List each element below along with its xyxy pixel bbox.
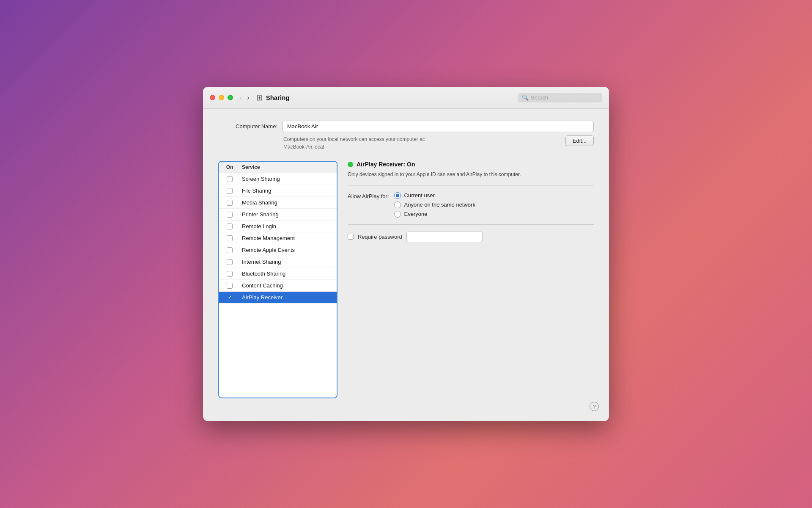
checkbox-remote-management[interactable] [219,235,240,241]
main-area: On Service Screen Sharing File Sharing [218,161,594,398]
cb-bluetooth-sharing[interactable] [227,271,233,277]
help-button[interactable]: ? [590,402,599,411]
label-content-caching: Content Caching [240,282,337,289]
cb-remote-apple-events[interactable] [227,247,233,253]
label-media-sharing: Media Sharing [240,199,337,206]
service-remote-login[interactable]: Remote Login [219,221,337,232]
checkbox-file-sharing[interactable] [219,188,240,194]
radio-group: Current user Anyone on the same network … [394,192,475,218]
close-button[interactable] [210,95,215,100]
titlebar: ‹ › ⊞ Sharing 🔍 [203,87,609,109]
service-bluetooth-sharing[interactable]: Bluetooth Sharing [219,268,337,280]
service-remote-apple-events[interactable]: Remote Apple Events [219,244,337,256]
checkbox-remote-apple-events[interactable] [219,247,240,253]
computer-name-section: Computer Name: Computers on your local n… [218,121,594,151]
require-password-row: Require password [348,232,594,242]
label-remote-login: Remote Login [240,223,337,229]
checkbox-airplay-receiver[interactable] [219,295,240,301]
label-internet-sharing: Internet Sharing [240,259,337,265]
cb-internet-sharing[interactable] [227,259,233,265]
label-airplay-receiver: AirPlay Receiver [240,294,337,301]
service-remote-management[interactable]: Remote Management [219,232,337,244]
require-password-checkbox[interactable] [348,234,354,240]
service-internet-sharing[interactable]: Internet Sharing [219,256,337,268]
allow-for-row: Allow AirPlay for: Current user Anyone o… [348,192,594,218]
radio-label-everyone: Everyone [404,211,428,217]
computer-name-info: Computers on your local network can acce… [283,135,425,151]
checkbox-internet-sharing[interactable] [219,259,240,265]
cb-content-caching[interactable] [227,283,233,289]
radio-label-current-user: Current user [404,192,435,199]
service-media-sharing[interactable]: Media Sharing [219,197,337,209]
service-airplay-receiver[interactable]: AirPlay Receiver [219,292,337,304]
search-bar: 🔍 [518,93,602,102]
airplay-status-row: AirPlay Receiver: On [348,161,594,168]
service-file-sharing[interactable]: File Sharing [219,185,337,197]
allow-for-label: Allow AirPlay for: [348,192,389,199]
checkbox-remote-login[interactable] [219,224,240,229]
computer-name-label: Computer Name: [218,123,277,130]
status-dot [348,162,353,167]
radio-circle-current-user[interactable] [394,192,401,199]
nav-buttons: ‹ › [238,93,251,102]
radio-current-user[interactable]: Current user [394,192,475,199]
search-icon: 🔍 [522,94,529,101]
cb-printer-sharing[interactable] [227,212,233,218]
require-password-label: Require password [358,234,402,240]
column-service: Service [240,164,337,170]
label-printer-sharing: Printer Sharing [240,211,337,218]
column-on: On [219,164,240,170]
grid-icon: ⊞ [256,93,263,102]
label-remote-management: Remote Management [240,235,337,241]
cb-file-sharing[interactable] [227,188,233,194]
main-window: ‹ › ⊞ Sharing 🔍 Computer Name: Computers… [203,87,609,421]
radio-everyone[interactable]: Everyone [394,211,475,218]
cb-media-sharing[interactable] [227,200,233,206]
back-button[interactable]: ‹ [238,93,244,102]
computer-name-input[interactable] [283,121,594,132]
cb-screen-sharing[interactable] [227,176,233,182]
computer-name-row: Computer Name: [218,121,594,132]
airplay-status-title: AirPlay Receiver: On [357,161,415,168]
label-remote-apple-events: Remote Apple Events [240,247,337,253]
service-printer-sharing[interactable]: Printer Sharing [219,209,337,221]
label-file-sharing: File Sharing [240,188,337,194]
airplay-desc: Only devices signed in to your Apple ID … [348,171,594,178]
services-header: On Service [219,162,337,173]
computer-name-info-row: Computers on your local network can acce… [218,135,594,151]
password-input[interactable] [406,232,483,242]
label-screen-sharing: Screen Sharing [240,176,337,182]
label-bluetooth-sharing: Bluetooth Sharing [240,271,337,277]
search-input[interactable] [531,94,598,101]
window-title: Sharing [266,94,518,101]
services-list: On Service Screen Sharing File Sharing [218,161,337,398]
right-panel: AirPlay Receiver: On Only devices signed… [348,161,594,398]
radio-circle-everyone[interactable] [394,211,401,218]
radio-label-same-network: Anyone on the same network [404,202,475,208]
divider-2 [348,224,594,225]
service-content-caching[interactable]: Content Caching [219,280,337,292]
minimize-button[interactable] [219,95,224,100]
divider-1 [348,185,594,185]
checkbox-printer-sharing[interactable] [219,212,240,218]
checkbox-bluetooth-sharing[interactable] [219,271,240,277]
cb-airplay-receiver[interactable] [227,295,233,301]
edit-button[interactable]: Edit... [565,135,594,146]
cb-remote-management[interactable] [227,235,233,241]
forward-button[interactable]: › [245,93,251,102]
bottom-bar: ? [203,410,609,421]
cb-remote-login[interactable] [227,224,233,229]
content-area: Computer Name: Computers on your local n… [203,109,609,410]
checkbox-content-caching[interactable] [219,283,240,289]
checkbox-screen-sharing[interactable] [219,176,240,182]
checkbox-media-sharing[interactable] [219,200,240,206]
service-screen-sharing[interactable]: Screen Sharing [219,173,337,185]
fullscreen-button[interactable] [228,95,233,100]
traffic-lights [210,95,233,100]
radio-circle-same-network[interactable] [394,202,401,208]
radio-same-network[interactable]: Anyone on the same network [394,202,475,208]
